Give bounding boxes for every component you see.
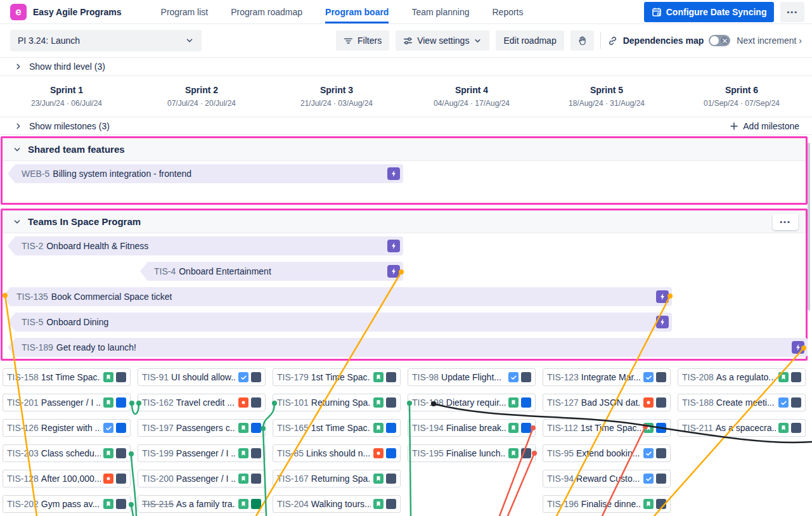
feature-bar-tis-5[interactable]: TIS-5Onboard Dining (8, 313, 672, 332)
tab-program-board[interactable]: Program board (325, 0, 389, 23)
issue-summary: Passenger / I ... (41, 397, 101, 408)
issue-card-tis-127[interactable]: TIS-127Bad JSON dat... (543, 394, 671, 411)
show-third-level-row[interactable]: Show third level (3) (0, 58, 812, 76)
sprint-header: Sprint 123/Jun/24 · 06/Jul/24 (3, 85, 131, 108)
issue-card-tis-197[interactable]: TIS-197Passengers c... (138, 419, 266, 437)
section-more-button[interactable]: ••• (773, 214, 798, 230)
sprint-name: Sprint 2 (138, 85, 266, 95)
issue-card-tis-98[interactable]: TIS-98Update Flight... (408, 368, 536, 386)
chevron-right-icon (14, 62, 23, 71)
issue-card-tis-158[interactable]: TIS-1581st Time Spac... (3, 368, 131, 386)
app-logo-icon: e (10, 4, 27, 20)
issue-card-tis-165[interactable]: TIS-1651st Time Spac... (273, 419, 401, 437)
issue-card-tis-162[interactable]: TIS-162Travel credit ... (138, 394, 266, 411)
issue-card-tis-112[interactable]: TIS-1121st Time Spac... (543, 419, 671, 437)
issue-card-tis-204[interactable]: TIS-204Walking tours... (273, 495, 401, 513)
issue-card-tis-85[interactable]: TIS-85Links should n... (273, 444, 401, 462)
issue-summary: 1st Time Spac... (581, 423, 641, 433)
ellipsis-icon: ••• (780, 218, 791, 226)
issue-summary: 1st Time Spac... (311, 423, 371, 433)
program-board-page: e Easy Agile Programs Program listProgra… (0, 0, 812, 516)
issue-key: TIS-198 (412, 397, 444, 408)
issue-card-tis-195[interactable]: TIS-195Finalise lunch... (408, 444, 536, 462)
app-name: Easy Agile Programs (33, 7, 122, 17)
feature-bar-tis-2[interactable]: TIS-2Onboard Health & Fitness (8, 236, 403, 255)
edit-roadmap-button[interactable]: Edit roadmap (496, 30, 564, 51)
issue-summary: Passenger / I ... (176, 448, 236, 458)
issue-card-tis-202[interactable]: TIS-202Gym pass av... (3, 495, 131, 513)
issue-key: TIS-179 (277, 372, 309, 382)
tab-reports[interactable]: Reports (492, 0, 523, 23)
issue-card-grid: TIS-1581st Time Spac...TIS-201Passenger … (0, 364, 812, 516)
section-header[interactable]: Shared team features (3, 138, 806, 161)
issue-card-tis-94[interactable]: TIS-94Reward Custo... (543, 470, 671, 487)
increment-select[interactable]: PI 3.24: Launch (10, 30, 202, 51)
issue-key: TIS-158 (7, 372, 39, 382)
issue-key: TIS-196 (547, 499, 579, 509)
feature-summary: Onboard Health & Fitness (46, 241, 148, 251)
avatar (656, 372, 666, 382)
issue-summary: Finalise break... (446, 423, 506, 433)
show-milestones-label[interactable]: Show milestones (3) (29, 121, 110, 131)
pan-tool-button[interactable] (570, 30, 594, 51)
issue-summary: Class schedu... (41, 448, 101, 458)
issue-card-tis-199[interactable]: TIS-199Passenger / I ... (138, 444, 266, 462)
story-icon (103, 372, 113, 382)
avatar (116, 448, 126, 458)
feature-bar-web-5[interactable]: WEB-5Billing system integration - fronte… (8, 164, 403, 183)
issue-card-tis-95[interactable]: TIS-95Extend bookin... (543, 444, 671, 462)
avatar (386, 372, 396, 382)
issue-card-tis-194[interactable]: TIS-194Finalise break... (408, 419, 536, 437)
issue-card-tis-167[interactable]: TIS-167Returning Spa... (273, 470, 401, 487)
issue-summary: Integrate Mar... (581, 372, 641, 382)
dependencies-map-toggle[interactable] (709, 35, 730, 46)
sprint-dates: 04/Aug/24 · 17/Aug/24 (408, 99, 536, 108)
issue-card-tis-91[interactable]: TIS-91UI should allow... (138, 368, 266, 386)
issue-summary: As a regulato... (716, 372, 776, 382)
issue-card-tis-128[interactable]: TIS-128After 100,000... (3, 470, 131, 487)
section-header[interactable]: Teams In Space Program ••• (3, 210, 806, 233)
configure-date-syncing-label: Configure Date Syncing (666, 7, 767, 17)
issue-card-tis-188[interactable]: TIS-188Create meeti... (678, 394, 806, 411)
nav-more-button[interactable]: ••• (780, 2, 804, 22)
issue-card-tis-101[interactable]: TIS-101Returning Spa... (273, 394, 401, 411)
next-increment-link[interactable]: Next increment › (737, 35, 802, 46)
issue-summary: After 100,000... (41, 474, 101, 484)
lightning-icon (390, 242, 397, 250)
tab-team-planning[interactable]: Team planning (411, 0, 469, 23)
tab-program-roadmap[interactable]: Program roadmap (231, 0, 302, 23)
issue-card-tis-123[interactable]: TIS-123Integrate Mar... (543, 368, 671, 386)
issue-card-tis-179[interactable]: TIS-1791st Time Spac... (273, 368, 401, 386)
issue-summary: Register with ... (41, 423, 101, 433)
avatar (521, 372, 531, 382)
configure-date-syncing-button[interactable]: Configure Date Syncing (644, 2, 775, 22)
sprint-name: Sprint 4 (408, 85, 536, 95)
story-icon (373, 423, 383, 433)
issue-card-tis-126[interactable]: TIS-126Register with ... (3, 419, 131, 437)
issue-card-tis-203[interactable]: TIS-203Class schedu... (3, 444, 131, 462)
sprint-dates: 07/Jul/24 · 20/Jul/24 (138, 99, 266, 108)
view-settings-button[interactable]: View settings (396, 30, 489, 51)
vertical-scrollbar[interactable] (808, 143, 810, 311)
add-milestone-button[interactable]: Add milestone (730, 121, 799, 131)
app-brand[interactable]: e Easy Agile Programs (10, 0, 122, 23)
issue-card-tis-215[interactable]: TIS-215As a family tra... (138, 495, 266, 513)
feature-bar-tis-135[interactable]: TIS-135Book Commercial Space ticket (3, 287, 672, 306)
issue-summary: Walking tours... (311, 499, 371, 509)
board-toolbar: PI 3.24: Launch Filters View settings Ed… (0, 24, 812, 58)
issue-card-tis-198[interactable]: TIS-198Dietary requir... (408, 394, 536, 411)
issue-card-tis-208[interactable]: TIS-208As a regulato... (678, 368, 806, 386)
issue-key: TIS-199 (142, 448, 174, 458)
feature-bar-tis-189[interactable]: TIS-189Get ready to launch! (8, 338, 808, 357)
issue-card-tis-211[interactable]: TIS-211As a spacecra... (678, 419, 806, 437)
issue-card-tis-196[interactable]: TIS-196Finalise dinne... (543, 495, 671, 513)
issue-summary: Passengers c... (176, 423, 236, 433)
filters-button[interactable]: Filters (336, 30, 389, 51)
issue-card-tis-201[interactable]: TIS-201Passenger / I ... (3, 394, 131, 411)
feature-bar-tis-4[interactable]: TIS-4Onboard Entertainment (140, 262, 403, 281)
tab-program-list[interactable]: Program list (161, 0, 209, 23)
task-icon (778, 397, 789, 408)
increment-select-value: PI 3.24: Launch (18, 35, 80, 46)
story-icon (508, 397, 519, 408)
issue-card-tis-200[interactable]: TIS-200Passenger / I ... (138, 470, 266, 487)
